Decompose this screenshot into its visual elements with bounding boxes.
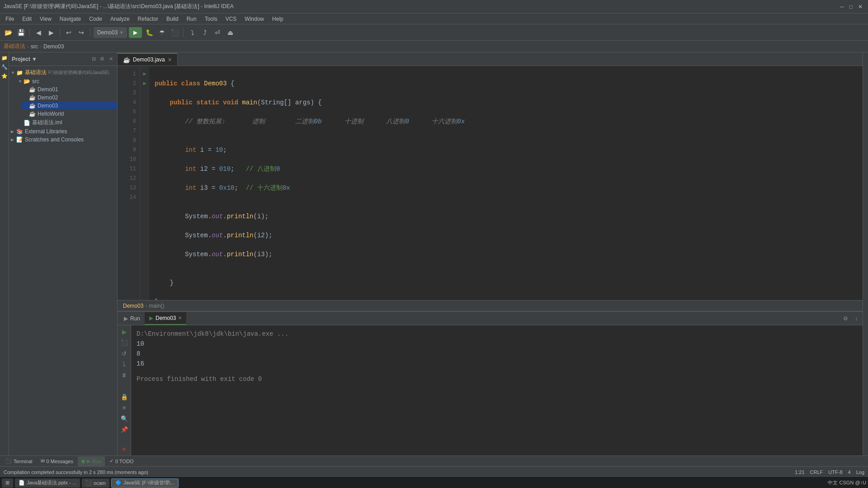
toolbar-undo-btn[interactable]: ↩ bbox=[63, 27, 74, 38]
tree-item-src[interactable]: ▼ 📂 src bbox=[16, 77, 117, 85]
line-gutter: ▶ ▶ bbox=[140, 66, 149, 300]
bottom-tab-demo03-label[interactable]: ▶ Demo03 ✕ bbox=[145, 312, 186, 325]
tree-item-scratches[interactable]: ▶ 📝 Scratches and Consoles bbox=[9, 136, 117, 144]
favorites-icon[interactable]: ⭐ bbox=[1, 72, 8, 80]
console-pin-icon[interactable]: 📌 bbox=[120, 425, 129, 434]
console-rerun-icon[interactable]: ↺ bbox=[120, 349, 129, 358]
console-expand-icon[interactable]: ↕ bbox=[852, 314, 861, 323]
taskbar-java-pptx[interactable]: 📄 Java基础语法.pptx - ... bbox=[15, 479, 80, 488]
taskbar-start[interactable]: ⊞ bbox=[2, 479, 13, 488]
todo-icon: ✓ bbox=[109, 458, 113, 464]
ocam-label: ocam bbox=[94, 480, 106, 486]
demo03-tab-close[interactable]: ✕ bbox=[178, 315, 182, 320]
run-button[interactable]: ▶ bbox=[129, 27, 142, 38]
toolbar-step2-btn[interactable]: ⤴ bbox=[199, 27, 210, 38]
status-crlf[interactable]: CRLF bbox=[810, 469, 823, 475]
menu-vcs[interactable]: VCS bbox=[222, 15, 241, 23]
menu-analyze[interactable]: Analyze bbox=[107, 15, 133, 23]
tool-tab-messages[interactable]: ✉ 0 Messages bbox=[37, 456, 77, 466]
close-btn[interactable]: ✕ bbox=[858, 4, 863, 10]
menu-refactor[interactable]: Refactor bbox=[134, 15, 162, 23]
ed-bc-demo03[interactable]: Demo03 bbox=[123, 303, 143, 309]
maximize-btn[interactable]: □ bbox=[849, 4, 853, 10]
menu-help[interactable]: Help bbox=[269, 15, 287, 23]
menu-code[interactable]: Code bbox=[85, 15, 106, 23]
structure-icon[interactable]: 🔧 bbox=[1, 63, 8, 70]
toolbar-coverage-btn[interactable]: ☂ bbox=[156, 27, 167, 38]
console-scroll-lock-icon[interactable]: 🔒 bbox=[120, 392, 129, 401]
toolbar-redo-btn[interactable]: ↪ bbox=[76, 27, 87, 38]
run-gutter-2[interactable]: ▶ bbox=[141, 79, 148, 89]
tree-item-demo01[interactable]: ☕ Demo01 bbox=[22, 85, 117, 94]
tool-tab-todo[interactable]: ✓ 0 TODO bbox=[106, 456, 137, 466]
tree-item-iml[interactable]: 📄 基础语法.iml bbox=[16, 118, 117, 127]
toolbar-open-btn[interactable]: 📂 bbox=[3, 27, 14, 38]
console-command-line: D:\Environment\jdk8\jdk\bin\java.exe ... bbox=[137, 329, 857, 339]
bottom-tabs-bar: ▶ Run ▶ Demo03 ✕ ⚙ ↕ bbox=[118, 312, 863, 325]
console-pause-icon[interactable]: ⏸ bbox=[120, 371, 129, 380]
console-close-icon[interactable]: ✕ bbox=[120, 445, 129, 454]
menu-tools[interactable]: Tools bbox=[201, 15, 221, 23]
console-search-icon[interactable]: 🔍 bbox=[120, 414, 129, 423]
console-output-10: 10 bbox=[137, 339, 857, 349]
console-stop-icon[interactable]: ⬛ bbox=[120, 338, 129, 347]
demo03-tab-label: Demo03 bbox=[156, 315, 176, 321]
status-position[interactable]: 1:21 bbox=[795, 469, 804, 475]
minimize-btn[interactable]: ─ bbox=[840, 4, 844, 10]
run-gutter-1[interactable]: ▶ bbox=[141, 70, 148, 79]
menu-view[interactable]: View bbox=[36, 15, 55, 23]
project-close-btn[interactable]: ✕ bbox=[107, 56, 114, 63]
toolbar-step-btn[interactable]: ⤵ bbox=[187, 27, 198, 38]
tree-item-root[interactable]: ▼ 📁 基础语法 F:\班级管理\网课代码\JavaSE\ bbox=[9, 68, 117, 77]
ed-bc-main[interactable]: main() bbox=[149, 303, 164, 309]
code-editor[interactable]: 1 2 3 4 5 6 7 8 9 10 11 12 13 14 bbox=[118, 66, 863, 300]
menu-edit[interactable]: Edit bbox=[19, 15, 35, 23]
status-git: Log bbox=[856, 469, 864, 475]
bc-item-2[interactable]: Demo03 bbox=[43, 43, 64, 50]
editor-tabs: ☕ Demo03.java ✕ bbox=[118, 52, 863, 66]
bottom-tab-run-label[interactable]: ▶ Run bbox=[119, 312, 145, 325]
bc-item-1[interactable]: src bbox=[31, 43, 38, 50]
console-step-icon[interactable]: ⤵ bbox=[120, 360, 129, 369]
editor-tab-demo03[interactable]: ☕ Demo03.java ✕ bbox=[118, 53, 178, 66]
toolbar-back-btn[interactable]: ◀ bbox=[33, 27, 44, 38]
bottom-panel: ▶ Run ▶ Demo03 ✕ ⚙ ↕ bbox=[118, 311, 863, 455]
bc-sep1: › bbox=[27, 43, 29, 50]
run-config-selector[interactable]: Demo03 ▼ bbox=[94, 27, 127, 38]
tool-tab-run[interactable]: ▶ Run bbox=[78, 456, 105, 466]
toolbar-step4-btn[interactable]: ⏏ bbox=[225, 27, 236, 38]
toolbar-save-btn[interactable]: 💾 bbox=[15, 27, 26, 38]
status-indent: 4 bbox=[848, 469, 851, 475]
tree-item-ext-libs[interactable]: ▶ 📚 External Libraries bbox=[9, 127, 117, 136]
menu-file[interactable]: File bbox=[2, 15, 18, 23]
toolbar-debug-btn[interactable]: 🐛 bbox=[144, 27, 155, 38]
code-content[interactable]: public class Demo03 { public static void… bbox=[149, 66, 863, 300]
menu-navigate[interactable]: Navigate bbox=[56, 15, 85, 23]
taskbar-ocam[interactable]: ⬛ ocam bbox=[82, 479, 109, 488]
menu-window[interactable]: Window bbox=[241, 15, 268, 23]
project-icon[interactable]: 📁 bbox=[1, 54, 8, 61]
project-collapse-btn[interactable]: ⊟ bbox=[90, 56, 97, 63]
todo-label: 0 TODO bbox=[115, 459, 134, 464]
tree-item-demo02[interactable]: ☕ Demo02 bbox=[22, 94, 117, 102]
tool-tab-terminal[interactable]: ⬛ Terminal bbox=[2, 456, 36, 466]
run-tool-label: Run bbox=[92, 459, 101, 464]
menu-build[interactable]: Build bbox=[163, 15, 182, 23]
taskbar-javase[interactable]: 🔷 JavaSE [F:\班级管理\... bbox=[111, 479, 179, 488]
toolbar-sep3 bbox=[90, 28, 90, 37]
console-settings-icon[interactable]: ⚙ bbox=[841, 314, 850, 323]
bc-item-0[interactable]: 基础语法 bbox=[4, 42, 25, 50]
project-settings-btn[interactable]: ⚙ bbox=[99, 56, 106, 63]
toolbar-forward-btn[interactable]: ▶ bbox=[46, 27, 57, 38]
tree-item-helloworld[interactable]: ☕ HelloWorld bbox=[22, 110, 117, 118]
tree-item-demo03[interactable]: ☕ Demo03 bbox=[22, 102, 117, 110]
tab-close-demo03[interactable]: ✕ bbox=[168, 57, 172, 63]
toolbar-stop-btn[interactable]: ⬛ bbox=[169, 27, 180, 38]
pptx-icon: 📄 bbox=[19, 480, 25, 486]
menu-run[interactable]: Run bbox=[183, 15, 200, 23]
status-encoding[interactable]: UTF-8 bbox=[828, 469, 842, 475]
console-run-icon[interactable]: ▶ bbox=[120, 327, 129, 336]
console-output-8: 8 bbox=[137, 349, 857, 359]
console-filter-icon[interactable]: ≡ bbox=[120, 403, 129, 412]
toolbar-step3-btn[interactable]: ⏎ bbox=[212, 27, 223, 38]
